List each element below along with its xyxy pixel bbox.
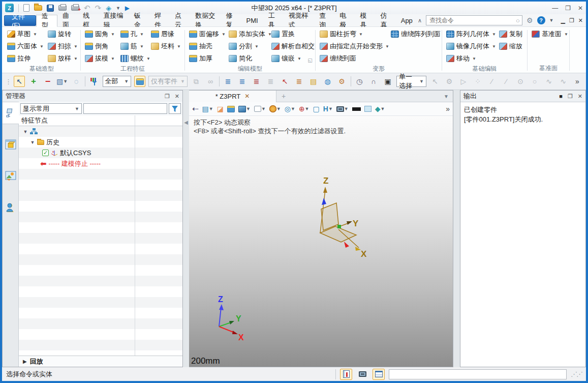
resume-icon[interactable]: ▷	[458, 76, 469, 87]
curve-fit-icon[interactable]: ∿	[558, 76, 569, 87]
print-icon[interactable]	[58, 5, 67, 11]
command-search[interactable]: ○	[426, 15, 522, 25]
display-mode-icon[interactable]	[356, 369, 368, 380]
deform-from-point-button[interactable]: 由指定点开始变形▼	[319, 40, 390, 52]
tab-close-icon[interactable]: ✕	[244, 93, 250, 100]
thread-button[interactable]: 螺纹▼	[119, 52, 150, 65]
minimize-button[interactable]: —	[552, 5, 558, 12]
resolve-self-intersection-button[interactable]: 解析自相交	[270, 40, 314, 52]
tree-node-model-stop[interactable]: ⬅ ----- 建模停止 -----	[19, 158, 182, 169]
chamfer-button[interactable]: 倒角	[84, 40, 119, 52]
thicken-button[interactable]: 加厚	[188, 52, 228, 65]
redo-icon[interactable]: ↷	[95, 4, 102, 12]
menu-tab-sheet-metal[interactable]: 钣金	[129, 14, 149, 26]
tree-root-node[interactable]: ▼	[19, 126, 182, 137]
manager-tab-history[interactable]	[3, 102, 19, 124]
menu-tab-weldment[interactable]: 焊件	[149, 14, 170, 26]
pick-arrow-icon[interactable]: ↖	[14, 76, 25, 87]
menu-tab-tools[interactable]: 工具	[263, 14, 284, 26]
surface-quality-icon[interactable]: ◆▼	[375, 105, 385, 113]
menu-tab-inquire[interactable]: 查询	[314, 14, 334, 26]
pick-list-down-icon[interactable]: ≣	[237, 76, 248, 87]
close-button[interactable]: ✕	[578, 5, 583, 12]
view-wheel-icon[interactable]: ▼	[269, 105, 281, 112]
manager-tab-solid[interactable]	[3, 133, 19, 156]
pick-filter-arrow-icon[interactable]: ↖	[429, 76, 441, 87]
manager-tab-session[interactable]	[3, 196, 19, 219]
fit-screen-icon[interactable]: ▢	[313, 105, 320, 113]
help-icon[interactable]: ?	[537, 16, 545, 24]
tab-list-icon[interactable]: ▼	[444, 94, 449, 99]
open-file-icon[interactable]	[34, 5, 42, 11]
regen-icon[interactable]: ◈	[106, 5, 111, 12]
add-pick-icon[interactable]: +	[28, 76, 39, 87]
playback-bar[interactable]: ▶ 回放	[19, 356, 182, 367]
tree-node-history[interactable]: ▼ 历史	[19, 137, 182, 148]
tree-filter-button[interactable]	[169, 103, 181, 114]
web-browser-icon[interactable]: ◍	[322, 76, 333, 87]
pick-list-all-icon[interactable]: ≣	[251, 76, 262, 87]
menu-tab-wireframe[interactable]: 线框	[78, 14, 98, 26]
viewport-overflow-icon[interactable]: »	[446, 105, 450, 113]
cylindrical-bend-button[interactable]: 圆柱折弯▼	[319, 28, 390, 40]
doc-restore-button[interactable]: ❐	[569, 17, 574, 24]
circle-center-icon[interactable]: ⊙	[515, 76, 526, 87]
display-monitor-icon[interactable]: ▼	[336, 106, 349, 112]
lip-button[interactable]: 唇缘	[150, 28, 183, 40]
menu-tab-electrode[interactable]: 电极	[334, 14, 355, 26]
layer-manager-icon[interactable]: ▤▼	[202, 105, 213, 113]
entity-list-icon[interactable]: ≣	[294, 76, 305, 87]
menu-tab-repair[interactable]: 修复	[221, 14, 241, 26]
remove-pick-icon[interactable]: −	[42, 76, 53, 87]
session-gear-icon[interactable]: ⚙	[336, 76, 348, 87]
divide-button[interactable]: 分割▼	[228, 40, 270, 52]
window-pick-icon[interactable]: ▧▼	[56, 76, 68, 87]
circle-tool-icon[interactable]: ○	[529, 76, 540, 87]
help-dropdown-icon[interactable]: ▼	[549, 18, 554, 23]
chevron-down-icon[interactable]: ▼	[23, 129, 28, 134]
command-search-input[interactable]	[428, 16, 516, 24]
menu-tab-pmi[interactable]: PMI	[241, 14, 263, 26]
play-icon[interactable]: ▶	[125, 5, 130, 12]
pick-last-icon[interactable]: ↖	[280, 76, 291, 87]
output-restore-button[interactable]: ❐	[568, 93, 573, 100]
pick-settings-icon[interactable]: ⚙	[444, 76, 455, 87]
left-splitter[interactable]: ◀	[183, 90, 189, 367]
line-tool-icon[interactable]: ∕	[486, 76, 498, 87]
settings-gear-icon[interactable]: ⚙	[527, 16, 533, 24]
restore-button[interactable]: ❐	[565, 5, 571, 12]
chain-ring-icon[interactable]: ∞	[205, 76, 216, 87]
scale-button[interactable]: 缩放	[498, 40, 525, 52]
face-offset-button[interactable]: 面偏移▼	[188, 28, 228, 40]
lasso-pick-icon[interactable]: ◌	[71, 76, 82, 87]
pick-list-up-icon[interactable]: ≣	[223, 76, 234, 87]
menu-file[interactable]: 文件(F)	[4, 15, 36, 26]
csys-display[interactable]: Z Y X	[305, 173, 381, 260]
feature-tree[interactable]: ▼ ▼ 历史 ✓ 默认CSYS ⬅ -----	[19, 126, 182, 356]
menu-tab-surface[interactable]: 曲面	[57, 14, 78, 26]
background-color-icon[interactable]	[364, 106, 372, 112]
toolbar-overflow-icon[interactable]: »	[572, 76, 583, 87]
app-logo-icon[interactable]: Z	[5, 4, 14, 12]
extrude-button[interactable]: 拉伸	[6, 52, 47, 65]
undo-icon[interactable]: ↶	[84, 4, 90, 12]
menu-tab-direct-edit[interactable]: 直接编辑	[98, 14, 129, 26]
sweep-button[interactable]: 扫掠▼	[47, 40, 79, 52]
close-part-icon[interactable]: ▤	[308, 76, 319, 87]
collapse-left-icon[interactable]: ◀	[184, 120, 188, 367]
output-close-button[interactable]: ✕	[578, 93, 582, 100]
manager-close-button[interactable]: ✕	[175, 93, 179, 100]
pattern-geometry-button[interactable]: 阵列几何体▼	[445, 28, 498, 40]
chevron-down-icon[interactable]: ▼	[30, 140, 35, 145]
command-log-icon[interactable]	[373, 369, 385, 380]
checkbox-checked-icon[interactable]: ✓	[42, 150, 49, 156]
manager-tab-render[interactable]	[3, 165, 19, 187]
copy-button[interactable]: 复制	[498, 28, 525, 40]
chain-pick-icon[interactable]: ⧉	[191, 76, 202, 87]
box-button[interactable]: 六面体▼	[6, 40, 47, 52]
rotate-center-icon[interactable]: ⊕▼	[299, 105, 310, 113]
save-icon[interactable]	[47, 5, 54, 12]
wrap-pattern-to-face-button[interactable]: 缠绕阵列到面	[390, 28, 441, 40]
menu-tab-simulation[interactable]: 仿真	[376, 14, 396, 26]
wireframe-view-icon[interactable]: ▼	[254, 106, 266, 112]
